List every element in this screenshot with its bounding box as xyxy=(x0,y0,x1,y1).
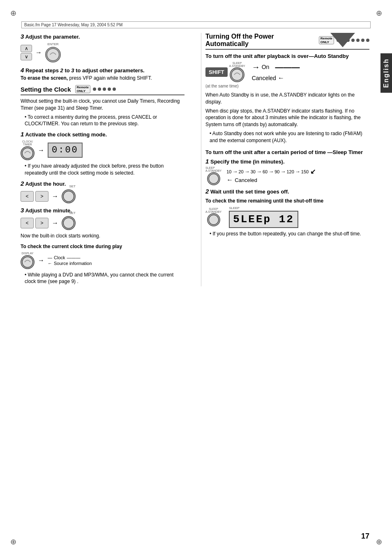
step3-number: 3 xyxy=(21,33,24,40)
right-arrow-btn-2[interactable]: > xyxy=(35,218,48,228)
auto-standby-bullet: • Auto Standby does not work while you a… xyxy=(210,130,369,144)
arrow-on: → xyxy=(252,62,260,72)
check-clock-arrow: → xyxy=(38,257,44,264)
astandby-btn-wrapper: SLEEP A.STANDBY xyxy=(229,62,245,82)
sleep-step2-num: 2 xyxy=(205,188,209,195)
right-arrow-btn[interactable]: > xyxy=(35,191,48,202)
set-btn-wrapper3: SET xyxy=(62,216,76,230)
step4-number: 4 xyxy=(21,67,24,74)
rdot-5 xyxy=(356,39,360,42)
set-btn-wrapper2: SET xyxy=(62,189,76,203)
sleep-seq-button[interactable] xyxy=(207,172,220,185)
sleep-bullet: • If you press the button repeatedly, yo… xyxy=(210,230,369,237)
rdot-3 xyxy=(346,39,350,42)
sleep-timer-heading: To turn off the unit after a certain per… xyxy=(205,149,369,155)
rdot-7 xyxy=(366,39,369,42)
step4-to: to xyxy=(65,67,71,74)
setting-clock-title: Setting the Clock RemoteONLY xyxy=(21,85,184,95)
canceled-seq-row: ← Canceled xyxy=(226,176,316,184)
set-label-2: SET xyxy=(69,184,76,188)
rdot-6 xyxy=(361,39,364,42)
seq-90: 90 xyxy=(274,169,279,174)
step4-heading: 4 Repeat steps 2 to 3 to adjust other pa… xyxy=(21,67,184,74)
seq-arr-1: → xyxy=(232,168,238,175)
dot-5 xyxy=(113,88,116,91)
set-label-3: SET xyxy=(69,211,76,215)
step4-section: 4 Repeat steps 2 to 3 to adjust other pa… xyxy=(21,67,184,81)
canceled-seq-text: Canceled xyxy=(235,177,257,183)
sleep-label-top: SLEEP xyxy=(233,62,242,64)
clock-line: — Clock ——— xyxy=(48,255,92,260)
sleep-step1-num: 1 xyxy=(205,158,209,165)
step4-text: Repeat steps xyxy=(25,67,60,74)
sleep-display-label: SLEEP xyxy=(229,206,298,210)
clock-step3-diagram: < > → SET xyxy=(21,216,184,230)
enter-label-top: ENTER xyxy=(45,42,61,46)
enter-button[interactable] xyxy=(45,47,61,62)
down-arrow-btn[interactable]: ∨ xyxy=(21,53,32,60)
astandby-button[interactable] xyxy=(230,67,244,82)
clock-step2-num: 2 xyxy=(21,180,24,187)
sleep-step1-section: 1 Specify the time (in minutes). SLEEPA.… xyxy=(205,158,369,185)
seq-loop-arrow: ↙ xyxy=(310,168,316,175)
svg-point-6 xyxy=(209,174,219,184)
sleep-sequence: 10 → 20 → 30 → 60 → 90 → 120 → 1 xyxy=(226,168,316,175)
clock-line-arrow: — xyxy=(48,255,52,260)
clock-line-end: ——— xyxy=(67,255,81,260)
sleep-display: 5LEEp 12 xyxy=(229,211,298,228)
clock-step3-section: 3 Adjust the minute. < > → SET xyxy=(21,207,184,240)
seq-30: 30 xyxy=(251,169,256,174)
display-label: DISPLAY xyxy=(21,252,33,255)
arrow-canceled: ← xyxy=(278,74,284,82)
columns-layout: 3 Adjust the parameter. ∧ ∨ → ENTER xyxy=(21,33,369,286)
check-shut-section: To check the time remaining until the sh… xyxy=(205,198,369,237)
clock-already-bullet: • If you have already adjusted the clock… xyxy=(25,163,184,177)
arrow-right-1: → xyxy=(35,49,42,56)
seq-arr-2: → xyxy=(244,168,250,175)
step2-arrow: → xyxy=(52,193,58,200)
astandby-label-top: A.STANDBY xyxy=(229,64,245,67)
dvd-bullet: • While playing a DVD and MP3/WMA, you c… xyxy=(25,272,184,286)
up-arrow-btn[interactable]: ∧ xyxy=(21,45,32,52)
svg-point-3 xyxy=(63,218,74,228)
to-check-heading: To check the current clock time during p… xyxy=(21,244,184,249)
remote-only-badge: RemoteONLY xyxy=(75,85,90,93)
step4-note: To erase the screen, press VFP again whi… xyxy=(21,75,184,81)
clock-step1-diagram: CLOCK/TIMER → 0:00 xyxy=(21,140,184,160)
at-same-time-text: (at the same time) xyxy=(205,84,369,88)
turning-off-title: Turning Off the Power Automatically Remo… xyxy=(205,33,369,50)
clock-step2-diagram: < > → SET xyxy=(21,189,184,203)
sleep-seq-values: 10 → 20 → 30 → 60 → 90 → 120 → 1 xyxy=(226,168,316,184)
svg-point-0 xyxy=(47,48,59,61)
seq-10: 10 xyxy=(226,169,231,174)
check-clock-section: To check the current clock time during p… xyxy=(21,244,184,286)
sleep-check-button[interactable] xyxy=(207,213,220,226)
display-button[interactable] xyxy=(21,255,35,269)
shift-button[interactable]: SHIFT xyxy=(205,67,228,77)
right-column: Turning Off the Power Automatically Remo… xyxy=(201,33,369,286)
on-canceled-group: → On ——— Canceled ← xyxy=(252,62,300,82)
clock-info-lines: — Clock ——— ← Source information xyxy=(48,255,92,266)
left-arrow-btn-2[interactable]: < xyxy=(21,218,34,228)
corner-mark-bl: ⊕ xyxy=(9,538,17,546)
clock-timer-btn-container: CLOCK/TIMER xyxy=(21,140,35,160)
source-line: ← Source information xyxy=(48,261,92,266)
on-canceled-labels: → On ——— Canceled ← xyxy=(252,62,300,82)
auto-standby-text1: When Auto Standby is in use, the A.STAND… xyxy=(205,92,369,106)
shift-astandby-group: SHIFT SLEEP A.STANDBY xyxy=(205,62,245,82)
step3-diagram: ∧ ∨ → ENTER xyxy=(21,42,184,62)
set-button-2[interactable] xyxy=(62,189,76,203)
seq-60: 60 xyxy=(263,169,267,174)
clock-step2-section: 2 Adjust the hour. < > → SET xyxy=(21,180,184,203)
left-arrow-btn[interactable]: < xyxy=(21,191,34,202)
lr-buttons-2: < > xyxy=(21,218,48,228)
sleep-step1-heading: 1 Specify the time (in minutes). xyxy=(205,158,369,165)
svg-point-5 xyxy=(231,69,243,81)
step3-arrow: → xyxy=(52,219,58,227)
seq-150: 150 xyxy=(301,169,309,174)
clock-step1-section: 1 Activate the clock setting mode. CLOCK… xyxy=(21,131,184,177)
right-section-dots xyxy=(337,39,369,42)
clock-timer-button[interactable] xyxy=(21,146,35,160)
left-column: 3 Adjust the parameter. ∧ ∨ → ENTER xyxy=(21,33,189,286)
set-button-3[interactable] xyxy=(62,216,76,230)
